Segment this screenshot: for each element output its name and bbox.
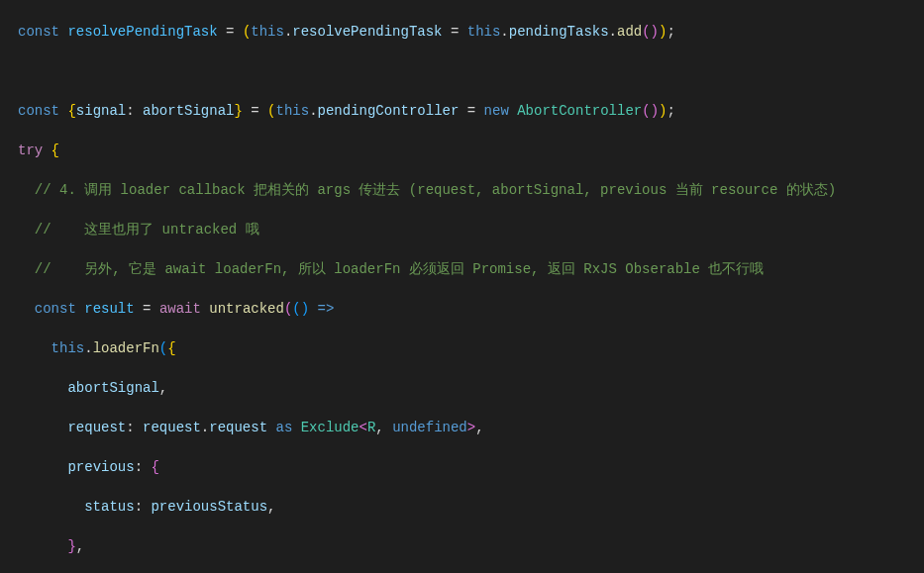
code-line: try { [18,141,924,160]
code-line: const resolvePendingTask = (this.resolve… [18,22,924,42]
code-line: const result = await untracked(() => [18,299,924,319]
code-editor[interactable]: const resolvePendingTask = (this.resolve… [0,0,924,573]
code-line: previous: { [18,457,924,477]
comment: // 这里也用了 untracked 哦 [35,220,259,239]
var-name: resolvePendingTask [67,22,217,42]
comment: // 另外, 它是 await loaderFn, 所以 loaderFn 必须… [35,259,764,279]
code-line: this.loaderFn({ [18,338,924,358]
code-line: const {signal: abortSignal} = (this.pend… [18,101,924,121]
code-line: request: request.request as Exclude<R, u… [18,418,924,437]
comment: // 4. 调用 loader callback 把相关的 args 传进去 (… [35,180,836,200]
keyword-const: const [18,22,59,42]
code-line: status: previousStatus, [18,497,924,517]
code-line: // 这里也用了 untracked 哦 [18,220,924,239]
code-line: // 4. 调用 loader callback 把相关的 args 传进去 (… [18,180,924,200]
code-line: // 另外, 它是 await loaderFn, 所以 loaderFn 必须… [18,259,924,279]
code-line: }, [18,536,924,556]
code-line [18,61,924,81]
code-line: abortSignal, [18,378,924,398]
